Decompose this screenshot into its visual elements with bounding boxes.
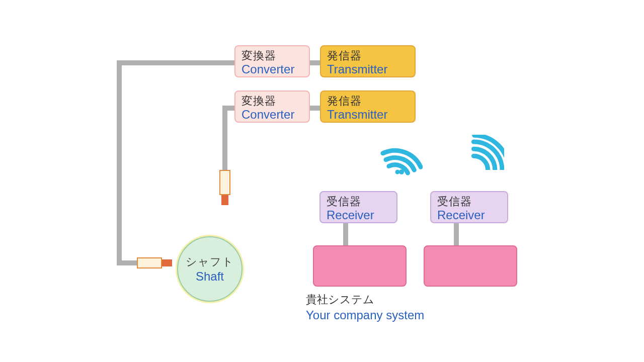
- wire-shaft-h: [117, 260, 137, 265]
- svg-point-0: [399, 169, 404, 174]
- sensor-vertical-tip: [221, 195, 228, 205]
- transmitter-1: 発信器 Transmitter: [320, 45, 416, 77]
- converter-1-jp: 変換器: [242, 49, 304, 62]
- receiver-2-en: Receiver: [437, 208, 502, 223]
- receiver-1-en: Receiver: [327, 208, 391, 223]
- wire-rx1-sys: [343, 223, 348, 247]
- wifi-icon-1: [372, 142, 423, 177]
- receiver-1: 受信器 Receiver: [319, 191, 397, 223]
- receiver-1-jp: 受信器: [327, 195, 391, 208]
- wire-conv1-left-h: [117, 60, 234, 65]
- converter-2-jp: 変換器: [242, 95, 304, 108]
- system-caption: 貴社システム Your company system: [306, 293, 424, 323]
- receiver-2: 受信器 Receiver: [430, 191, 508, 223]
- wire-conv1-left-v: [117, 60, 122, 265]
- shaft: シャフト Shaft: [177, 236, 243, 302]
- receiver-2-jp: 受信器: [437, 195, 502, 208]
- wire-conv2-left-v: [222, 106, 227, 170]
- sensor-horizontal-tip: [162, 259, 172, 266]
- transmitter-2-jp: 発信器: [327, 95, 410, 108]
- converter-1: 変換器 Converter: [234, 45, 310, 77]
- wire-conv2-tx2: [309, 106, 321, 111]
- shaft-jp: シャフト: [178, 254, 242, 269]
- wifi-icon-2: [454, 135, 504, 170]
- system-box-2: [424, 245, 517, 287]
- transmitter-1-jp: 発信器: [327, 49, 410, 62]
- system-caption-jp: 貴社システム: [306, 293, 424, 307]
- system-box-1: [313, 245, 407, 287]
- shaft-en: Shaft: [178, 269, 242, 284]
- sensor-vertical: [219, 170, 230, 195]
- transmitter-2-en: Transmitter: [327, 108, 410, 122]
- wire-rx2-sys: [454, 223, 459, 247]
- sensor-horizontal: [137, 257, 162, 268]
- converter-1-en: Converter: [242, 62, 304, 77]
- transmitter-2: 発信器 Transmitter: [320, 90, 416, 123]
- wire-conv1-tx1: [309, 60, 321, 65]
- system-caption-en: Your company system: [306, 307, 424, 323]
- converter-2: 変換器 Converter: [234, 90, 310, 123]
- converter-2-en: Converter: [242, 108, 304, 122]
- transmitter-1-en: Transmitter: [327, 62, 410, 77]
